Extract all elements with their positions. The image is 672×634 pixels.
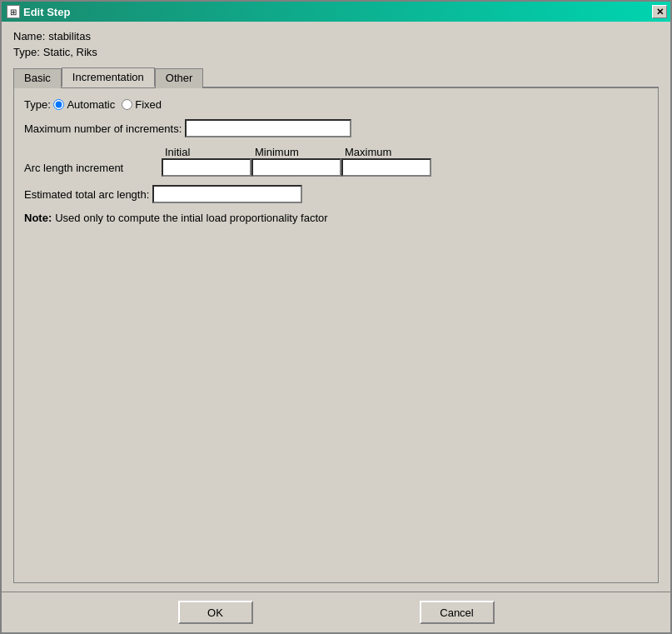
note-row: Note: Used only to compute the intial lo… xyxy=(24,212,648,224)
close-button[interactable]: ✕ xyxy=(652,5,667,18)
note-bold-label: Note: xyxy=(24,212,52,224)
edit-step-dialog: ⊞ Edit Step ✕ Name: stabilitas Type: Sta… xyxy=(0,0,672,634)
col-header-initial: Initial xyxy=(162,146,251,158)
estimated-input[interactable]: 1 xyxy=(152,185,302,203)
arc-table-header: Initial Minimum Maximum xyxy=(162,146,648,158)
type-radio-group: Automatic Fixed xyxy=(53,98,162,111)
type-radio-row: Type: Automatic Fixed xyxy=(24,98,648,111)
fixed-radio[interactable] xyxy=(122,99,132,110)
tabs-container: Basic Incrementation Other Type: Automat… xyxy=(13,67,659,583)
type-row: Type: Static, Riks xyxy=(13,46,659,58)
arc-minimum-input[interactable]: 150 xyxy=(251,158,341,177)
automatic-label: Automatic xyxy=(67,98,115,111)
arc-length-table: Initial Minimum Maximum Arc length incre… xyxy=(24,146,648,177)
max-increments-label: Maximum number of increments: xyxy=(24,122,182,135)
dialog-footer: OK Cancel xyxy=(2,592,670,632)
name-label: Name: xyxy=(13,30,45,42)
arc-maximum-input[interactable]: 400 xyxy=(341,158,431,177)
type-label: Type: xyxy=(13,46,40,58)
arc-length-label: Arc length increment xyxy=(24,162,162,174)
type-value: Static, Riks xyxy=(43,46,97,58)
tab-other[interactable]: Other xyxy=(155,68,204,88)
max-increments-input[interactable]: 300 xyxy=(185,119,351,137)
fixed-label: Fixed xyxy=(135,98,162,111)
max-increments-row: Maximum number of increments: 300 xyxy=(24,119,648,137)
ok-button[interactable]: OK xyxy=(178,601,253,624)
automatic-radio-option: Automatic xyxy=(53,98,115,111)
tab-basic[interactable]: Basic xyxy=(13,68,62,88)
col-header-maximum: Maximum xyxy=(341,146,431,158)
arc-initial-input[interactable]: 1 xyxy=(162,158,251,177)
title-bar: ⊞ Edit Step ✕ xyxy=(2,2,670,22)
dialog-content: Name: stabilitas Type: Static, Riks Basi… xyxy=(2,22,670,592)
dialog-icon: ⊞ xyxy=(7,5,20,18)
arc-length-row: Arc length increment 1 150 400 xyxy=(24,158,648,177)
fixed-radio-option: Fixed xyxy=(122,98,162,111)
name-row: Name: stabilitas xyxy=(13,30,659,42)
tab-incrementation[interactable]: Incrementation xyxy=(62,67,155,87)
cancel-button[interactable]: Cancel xyxy=(420,601,495,624)
incr-type-label: Type: xyxy=(24,98,51,111)
name-value: stabilitas xyxy=(48,30,91,42)
incrementation-tab-content: Type: Automatic Fixed Maximum xyxy=(13,88,659,583)
automatic-radio[interactable] xyxy=(53,99,64,110)
col-header-minimum: Minimum xyxy=(251,146,341,158)
tab-bar: Basic Incrementation Other xyxy=(13,67,659,88)
note-text: Used only to compute the intial load pro… xyxy=(55,212,327,224)
estimated-row: Estimated total arc length: 1 xyxy=(24,185,648,203)
dialog-title: Edit Step xyxy=(23,6,70,18)
estimated-label: Estimated total arc length: xyxy=(24,188,149,201)
